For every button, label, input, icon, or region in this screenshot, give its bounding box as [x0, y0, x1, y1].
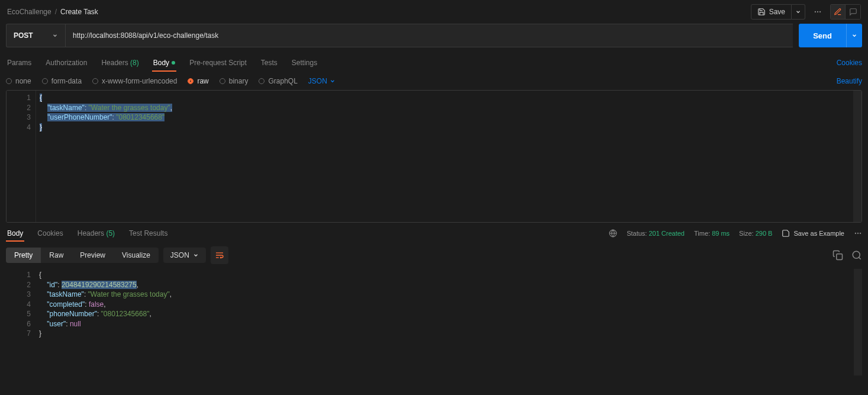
save-example-label: Save as Example	[793, 230, 844, 237]
editor-minimap[interactable]	[853, 91, 861, 222]
more-horizontal-icon	[814, 8, 822, 16]
raw-language-select[interactable]: JSON	[308, 77, 335, 85]
http-method-select[interactable]: POST	[6, 24, 65, 47]
word-wrap-button[interactable]	[211, 246, 228, 264]
body-type-formdata[interactable]: form-data	[42, 77, 82, 85]
time-meta: Time: 89 ms	[694, 230, 730, 237]
headers-count: (8)	[130, 59, 139, 67]
json-key: "taskName"	[47, 104, 85, 112]
svg-point-1	[817, 11, 818, 12]
radio-label: raw	[197, 77, 208, 85]
response-view-pretty[interactable]: Pretty	[6, 248, 41, 263]
json-key: "completed"	[47, 300, 85, 309]
body-type-none[interactable]: none	[6, 77, 31, 85]
response-view-raw[interactable]: Raw	[41, 248, 72, 263]
radio-label: GraphQL	[268, 77, 297, 85]
response-tab-cookies[interactable]: Cookies	[36, 226, 64, 241]
json-string: "08012345668"	[116, 113, 164, 121]
editor-gutter: 1234	[7, 91, 36, 222]
response-tab-headers[interactable]: Headers (5)	[76, 226, 116, 241]
svg-point-7	[860, 233, 861, 234]
radio-label: none	[15, 77, 31, 85]
chevron-down-icon	[851, 33, 857, 38]
svg-line-12	[859, 257, 860, 259]
save-button[interactable]: Save	[751, 4, 792, 20]
body-type-raw[interactable]: raw	[188, 77, 208, 85]
breadcrumb-current[interactable]: Create Task	[60, 8, 98, 16]
comment-mode-button[interactable]	[846, 4, 861, 20]
tab-params[interactable]: Params	[6, 55, 33, 70]
url-value: http://localhost:8088/api/v1/eco-challen…	[73, 31, 218, 40]
tab-prerequest[interactable]: Pre-request Script	[188, 55, 248, 70]
tab-body-label: Body	[153, 59, 169, 67]
response-body-editor[interactable]: 1234567 { "id": 2048419290214583275, "ta…	[6, 269, 862, 375]
tab-settings[interactable]: Settings	[291, 55, 318, 70]
tab-headers[interactable]: Headers (8)	[100, 55, 140, 70]
svg-point-11	[853, 251, 860, 258]
json-key: "taskName"	[47, 290, 84, 298]
editor-code[interactable]: { "id": 2048419290214583275, "taskName":…	[36, 269, 854, 375]
pencil-icon	[834, 8, 842, 16]
save-dropdown[interactable]	[792, 4, 805, 20]
body-type-binary[interactable]: binary	[220, 77, 249, 85]
response-view-visualize[interactable]: Visualize	[114, 248, 159, 263]
editor-minimap[interactable]	[854, 269, 862, 375]
raw-language-label: JSON	[308, 77, 327, 85]
json-key: "id"	[47, 281, 57, 289]
radio-label: binary	[229, 77, 249, 85]
cookies-link[interactable]: Cookies	[837, 59, 862, 67]
json-string: "Water the grasses today"	[89, 104, 170, 112]
tab-authorization[interactable]: Authorization	[44, 55, 88, 70]
svg-point-2	[819, 11, 821, 12]
chevron-down-icon	[330, 78, 335, 84]
request-body-editor[interactable]: 1234 { "taskName": "Water the grasses to…	[6, 90, 862, 223]
svg-point-5	[855, 233, 856, 234]
json-key: "phoneNumber"	[47, 310, 97, 318]
json-number: 2048419290214583275	[62, 281, 137, 289]
globe-icon[interactable]	[609, 229, 617, 237]
size-meta: Size: 290 B	[739, 230, 772, 237]
body-type-xwww[interactable]: x-www-form-urlencoded	[92, 77, 177, 85]
copy-response-button[interactable]	[832, 250, 843, 261]
breadcrumb: EcoChallenge / Create Task	[7, 8, 98, 16]
send-dropdown[interactable]	[846, 24, 862, 47]
response-language-label: JSON	[170, 251, 189, 259]
svg-rect-10	[837, 254, 843, 260]
save-as-example-button[interactable]: Save as Example	[782, 229, 844, 237]
editor-gutter: 1234567	[6, 269, 36, 375]
comment-icon	[849, 8, 857, 16]
breadcrumb-workspace[interactable]: EcoChallenge	[7, 8, 51, 16]
beautify-button[interactable]: Beautify	[837, 77, 862, 85]
editor-code[interactable]: { "taskName": "Water the grasses today",…	[36, 91, 853, 222]
url-input[interactable]: http://localhost:8088/api/v1/eco-challen…	[65, 24, 793, 47]
chevron-down-icon	[52, 33, 58, 38]
tab-tests[interactable]: Tests	[260, 55, 279, 70]
json-key: "user"	[47, 320, 66, 328]
svg-point-0	[815, 11, 816, 12]
more-options-button[interactable]	[810, 4, 825, 20]
send-label: Send	[813, 31, 832, 40]
radio-label: x-www-form-urlencoded	[102, 77, 177, 85]
json-null: null	[70, 320, 81, 328]
json-string: "Water the grasses today"	[88, 290, 170, 298]
response-language-select[interactable]: JSON	[163, 248, 206, 263]
response-tab-body[interactable]: Body	[6, 226, 24, 241]
chevron-down-icon	[193, 252, 199, 258]
response-headers-count: (5)	[106, 229, 115, 237]
save-label: Save	[769, 8, 785, 16]
radio-label: form-data	[51, 77, 82, 85]
response-view-preview[interactable]: Preview	[72, 248, 114, 263]
wrap-icon	[215, 251, 224, 260]
breadcrumb-sep: /	[55, 8, 57, 16]
response-tab-tests[interactable]: Test Results	[128, 226, 169, 241]
send-button[interactable]: Send	[799, 24, 846, 47]
status-meta: Status: 201 Created	[627, 230, 685, 237]
save-icon	[757, 8, 766, 16]
body-type-graphql[interactable]: GraphQL	[259, 77, 297, 85]
search-response-button[interactable]	[851, 250, 862, 261]
tab-body[interactable]: Body	[152, 55, 176, 70]
json-bool: false	[89, 300, 104, 309]
edit-mode-button[interactable]	[830, 4, 846, 20]
more-horizontal-icon[interactable]	[854, 229, 862, 237]
body-modified-indicator	[172, 61, 175, 65]
